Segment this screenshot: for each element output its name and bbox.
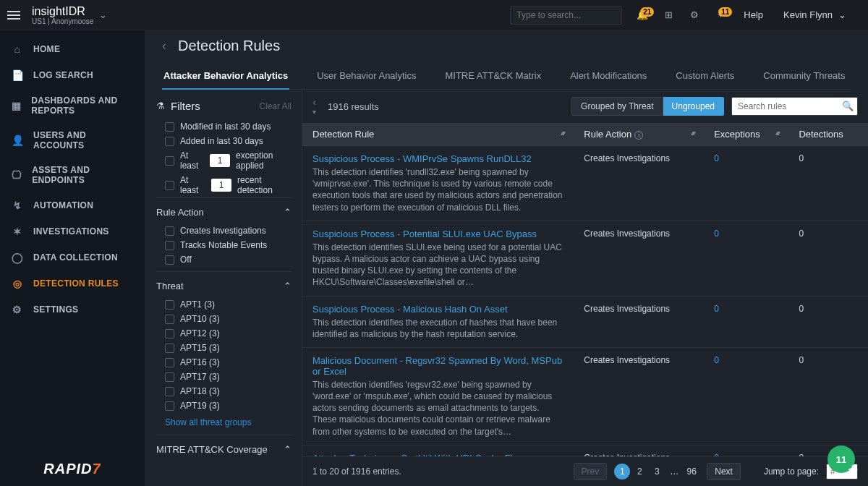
checkbox[interactable] [165,156,174,166]
sidebar-item[interactable]: ⌂HOME [0,36,145,62]
rule-desc: This detection identifies 'regsvr32.exe'… [312,379,563,438]
gear-icon[interactable]: ⚙ [681,9,707,20]
info-icon[interactable]: i [634,131,643,140]
search-input[interactable] [510,6,622,25]
checkbox[interactable] [165,241,174,250]
rule-link[interactable]: Suspicious Process - Potential SLUI.exe … [312,229,537,239]
checkbox[interactable] [165,372,174,382]
filter-option[interactable]: APT10 (3) [156,312,292,326]
next-button[interactable]: Next [707,463,741,480]
collapse-filters-icon[interactable]: ‹ [312,97,316,107]
checkbox[interactable] [165,122,174,132]
checkbox[interactable] [165,387,174,396]
filter-option[interactable]: Off [156,252,292,267]
page-number[interactable]: 96 [684,464,699,479]
filter-atleast-exc[interactable]: At least exception applied [156,148,292,173]
checkbox[interactable] [165,137,174,146]
sidebar-item[interactable]: 📄LOG SEARCH [0,62,145,88]
checkbox[interactable] [165,344,174,353]
section-toggle[interactable]: MITRE ATT&CK Coverage⌃ [156,443,292,461]
sidebar-item[interactable]: ⚙SETTINGS [0,297,145,323]
seg-grouped[interactable]: Grouped by Threat [571,97,663,116]
checkbox[interactable] [165,181,174,190]
rules-search-input[interactable] [731,97,858,116]
section-toggle[interactable]: Rule Action⌃ [156,205,292,223]
rule-desc: This detection identifies SLUI.exe being… [312,242,563,289]
rule-link[interactable]: Suspicious Process - Malicious Hash On A… [312,304,508,315]
col-action[interactable]: Rule Actioni▴▾ [574,123,704,146]
exceptions-link[interactable]: 0 [714,304,719,314]
exceptions-link[interactable]: 0 [714,355,719,365]
pagination: 1 to 20 of 1916 entries. Prev 123…96 Nex… [302,456,868,486]
star-icon[interactable]: ✦11 [707,9,733,20]
page-number: … [666,464,682,479]
section-toggle[interactable]: Threat⌃ [156,279,292,297]
filter-option[interactable]: APT1 (3) [156,297,292,312]
checkbox[interactable] [165,300,174,310]
page-title: Detection Rules [178,38,280,54]
tab[interactable]: User Behavior Analytics [315,64,417,89]
page-number[interactable]: 1 [614,464,630,479]
tab[interactable]: Community Threats [762,64,846,89]
apps-icon[interactable]: ⊞ [655,9,681,20]
page-number[interactable]: 3 [649,464,665,479]
exceptions-link[interactable]: 0 [714,153,719,163]
num-input[interactable] [211,179,231,192]
filter-option[interactable]: APT15 (3) [156,341,292,355]
tab[interactable]: Attacker Behavior Analytics [162,64,289,90]
checkbox[interactable] [165,315,174,324]
filter-option[interactable]: APT12 (3) [156,326,292,341]
sidebar-item[interactable]: ◎DETECTION RULES [0,270,145,297]
chat-widget[interactable]: 11 [827,446,855,473]
chevron-down-icon[interactable]: ⌄ [99,9,107,20]
clear-all[interactable]: Clear All [259,101,292,111]
filter-option[interactable]: APT17 (3) [156,370,292,384]
col-detections[interactable]: Detections [788,123,868,146]
global-search[interactable] [510,6,622,25]
filter-option[interactable]: Tracks Notable Events [156,238,292,252]
filter-option[interactable]: APT18 (3) [156,384,292,398]
checkbox[interactable] [165,329,174,338]
rule-link[interactable]: Malicious Document - Regsvr32 Spawned By… [312,355,562,377]
col-rule[interactable]: Detection Rule▴▾ [302,123,574,146]
filter-option[interactable]: APT16 (3) [156,355,292,370]
back-icon[interactable]: ‹ [162,38,166,54]
help-link[interactable]: Help [733,9,773,20]
exceptions-link[interactable]: 0 [714,229,719,239]
seg-ungrouped[interactable]: Ungrouped [663,97,724,116]
tab[interactable]: MITRE ATT&CK Matrix [443,64,542,89]
nav-icon: ▦ [12,100,21,111]
sidebar-item[interactable]: ✶INVESTIGATIONS [0,218,145,244]
filter-added[interactable]: Added in last 30 days [156,134,292,148]
sidebar-item[interactable]: 🖵ASSETS AND ENDPOINTS [0,158,145,192]
filter-modified[interactable]: Modified in last 30 days [156,119,292,134]
top-bar: insightIDR US1 | Anonymoose ⌄ 🔔21 ⊞ ⚙ ✦1… [0,0,868,30]
filter-option[interactable]: APT19 (3) [156,398,292,413]
tab[interactable]: Custom Alerts [674,64,736,89]
user-menu[interactable]: Kevin Flynn⌄ [773,9,861,20]
filter-toggle-icon[interactable]: ▾ [312,108,316,116]
nav-label: USERS AND ACCOUNTS [33,130,133,150]
page-number[interactable]: 2 [631,464,647,479]
brand[interactable]: insightIDR US1 | Anonymoose [32,5,93,25]
prev-button[interactable]: Prev [574,463,608,480]
sidebar-item[interactable]: ◯DATA COLLECTION [0,244,145,270]
filter-option[interactable]: Creates Investigations [156,223,292,238]
sidebar-item[interactable]: ▦DASHBOARDS AND REPORTS [0,88,145,123]
checkbox[interactable] [165,255,174,265]
filter-atleast-det[interactable]: At least recent detection [156,173,292,197]
menu-icon[interactable] [7,11,23,20]
checkbox[interactable] [165,401,174,411]
chevron-up-icon: ⌃ [284,207,292,218]
checkbox[interactable] [165,226,174,236]
tab[interactable]: Alert Modifications [569,64,648,89]
show-all-threats[interactable]: Show all threat groups [156,413,292,430]
checkbox[interactable] [165,358,174,367]
num-input[interactable] [210,154,230,167]
sidebar-item[interactable]: 👤USERS AND ACCOUNTS [0,123,145,158]
sidebar-item[interactable]: ↯AUTOMATION [0,192,145,218]
col-exceptions[interactable]: Exceptions▴▾ [704,123,788,146]
rule-link[interactable]: Suspicious Process - WMIPrvSe Spawns Run… [312,153,532,164]
bell-icon[interactable]: 🔔21 [629,9,655,20]
table-row: Suspicious Process - Potential SLUI.exe … [302,221,868,296]
